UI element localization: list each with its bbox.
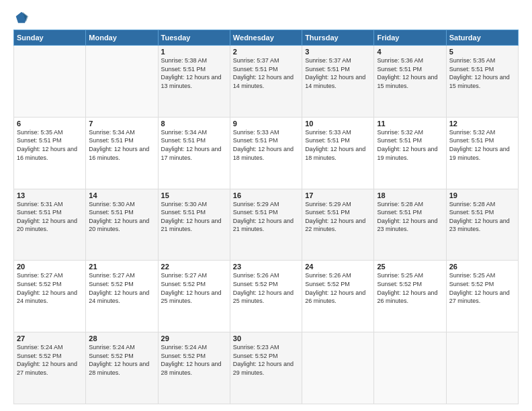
header-cell-tuesday: Tuesday [158,30,230,46]
day-number: 27 [17,334,83,342]
day-info: Sunrise: 5:28 AMSunset: 5:51 PMDaylight:… [449,200,515,234]
week-row-2: 6Sunrise: 5:35 AMSunset: 5:51 PMDaylight… [14,117,519,189]
day-number: 30 [233,334,299,342]
day-number: 11 [377,120,443,128]
calendar-cell: 22Sunrise: 5:27 AMSunset: 5:52 PMDayligh… [158,261,230,332]
day-number: 7 [89,120,154,128]
day-number: 17 [305,191,371,199]
day-info: Sunrise: 5:37 AMSunset: 5:51 PMDaylight:… [305,56,371,90]
day-number: 26 [449,263,515,271]
calendar-cell: 25Sunrise: 5:25 AMSunset: 5:52 PMDayligh… [374,261,446,332]
calendar-cell: 29Sunrise: 5:24 AMSunset: 5:52 PMDayligh… [158,332,230,404]
calendar-cell: 13Sunrise: 5:31 AMSunset: 5:51 PMDayligh… [14,189,86,261]
header-cell-thursday: Thursday [302,30,374,46]
calendar-cell: 1Sunrise: 5:38 AMSunset: 5:51 PMDaylight… [158,46,230,118]
calendar-cell: 23Sunrise: 5:26 AMSunset: 5:52 PMDayligh… [230,261,302,332]
day-info: Sunrise: 5:30 AMSunset: 5:51 PMDaylight:… [161,200,227,234]
day-info: Sunrise: 5:30 AMSunset: 5:51 PMDaylight:… [89,200,154,234]
day-info: Sunrise: 5:35 AMSunset: 5:51 PMDaylight:… [17,128,83,162]
calendar-cell: 9Sunrise: 5:33 AMSunset: 5:51 PMDaylight… [230,117,302,189]
week-row-5: 27Sunrise: 5:24 AMSunset: 5:52 PMDayligh… [14,332,519,404]
day-number: 6 [17,120,83,128]
calendar-cell: 16Sunrise: 5:29 AMSunset: 5:51 PMDayligh… [230,189,302,261]
day-info: Sunrise: 5:35 AMSunset: 5:51 PMDaylight:… [449,56,515,90]
day-number: 13 [17,191,83,199]
calendar-cell: 4Sunrise: 5:36 AMSunset: 5:51 PMDaylight… [374,46,446,118]
calendar-cell: 30Sunrise: 5:23 AMSunset: 5:52 PMDayligh… [230,332,302,404]
header [13,11,519,24]
day-number: 8 [161,120,227,128]
calendar-cell: 17Sunrise: 5:29 AMSunset: 5:51 PMDayligh… [302,189,374,261]
day-info: Sunrise: 5:37 AMSunset: 5:51 PMDaylight:… [233,56,299,90]
calendar-cell: 12Sunrise: 5:32 AMSunset: 5:51 PMDayligh… [446,117,518,189]
calendar-cell: 14Sunrise: 5:30 AMSunset: 5:51 PMDayligh… [86,189,158,261]
day-number: 28 [89,334,154,342]
calendar-cell [86,46,158,118]
calendar-cell: 8Sunrise: 5:34 AMSunset: 5:51 PMDaylight… [158,117,230,189]
header-cell-saturday: Saturday [446,30,518,46]
day-number: 29 [161,334,227,342]
day-number: 14 [89,191,154,199]
calendar-cell: 27Sunrise: 5:24 AMSunset: 5:52 PMDayligh… [14,332,86,404]
calendar-cell: 10Sunrise: 5:33 AMSunset: 5:51 PMDayligh… [302,117,374,189]
calendar-cell [302,332,374,404]
calendar-cell: 21Sunrise: 5:27 AMSunset: 5:52 PMDayligh… [86,261,158,332]
day-info: Sunrise: 5:32 AMSunset: 5:51 PMDaylight:… [377,128,443,162]
logo [13,11,28,24]
week-row-3: 13Sunrise: 5:31 AMSunset: 5:51 PMDayligh… [14,189,519,261]
calendar-cell: 3Sunrise: 5:37 AMSunset: 5:51 PMDaylight… [302,46,374,118]
day-number: 5 [449,48,515,56]
calendar-body: 1Sunrise: 5:38 AMSunset: 5:51 PMDaylight… [14,46,519,404]
day-number: 20 [17,263,83,271]
day-info: Sunrise: 5:33 AMSunset: 5:51 PMDaylight:… [305,128,371,162]
day-info: Sunrise: 5:25 AMSunset: 5:52 PMDaylight:… [449,271,515,305]
calendar-cell: 15Sunrise: 5:30 AMSunset: 5:51 PMDayligh… [158,189,230,261]
day-number: 2 [233,48,299,56]
calendar-cell: 19Sunrise: 5:28 AMSunset: 5:51 PMDayligh… [446,189,518,261]
header-cell-friday: Friday [374,30,446,46]
day-number: 1 [161,48,227,56]
calendar-cell: 24Sunrise: 5:26 AMSunset: 5:52 PMDayligh… [302,261,374,332]
calendar-cell: 2Sunrise: 5:37 AMSunset: 5:51 PMDaylight… [230,46,302,118]
day-number: 25 [377,263,443,271]
calendar-cell: 7Sunrise: 5:34 AMSunset: 5:51 PMDaylight… [86,117,158,189]
day-info: Sunrise: 5:28 AMSunset: 5:51 PMDaylight:… [377,200,443,234]
header-cell-monday: Monday [86,30,158,46]
calendar-cell: 18Sunrise: 5:28 AMSunset: 5:51 PMDayligh… [374,189,446,261]
day-number: 12 [449,120,515,128]
day-info: Sunrise: 5:34 AMSunset: 5:51 PMDaylight:… [89,128,154,162]
calendar-cell [374,332,446,404]
day-info: Sunrise: 5:27 AMSunset: 5:52 PMDaylight:… [161,271,227,305]
header-row: SundayMondayTuesdayWednesdayThursdayFrid… [14,30,519,46]
day-info: Sunrise: 5:27 AMSunset: 5:52 PMDaylight:… [89,271,154,305]
page: SundayMondayTuesdayWednesdayThursdayFrid… [0,0,532,411]
day-number: 16 [233,191,299,199]
day-info: Sunrise: 5:24 AMSunset: 5:52 PMDaylight:… [17,343,83,377]
day-number: 10 [305,120,371,128]
day-info: Sunrise: 5:31 AMSunset: 5:51 PMDaylight:… [17,200,83,234]
day-number: 9 [233,120,299,128]
day-info: Sunrise: 5:34 AMSunset: 5:51 PMDaylight:… [161,128,227,162]
week-row-4: 20Sunrise: 5:27 AMSunset: 5:52 PMDayligh… [14,261,519,332]
calendar-cell [14,46,86,118]
day-info: Sunrise: 5:29 AMSunset: 5:51 PMDaylight:… [233,200,299,234]
day-info: Sunrise: 5:24 AMSunset: 5:52 PMDaylight:… [161,343,227,377]
logo-icon [15,11,28,24]
day-number: 24 [305,263,371,271]
calendar-table: SundayMondayTuesdayWednesdayThursdayFrid… [13,30,519,404]
header-cell-wednesday: Wednesday [230,30,302,46]
day-info: Sunrise: 5:27 AMSunset: 5:52 PMDaylight:… [17,271,83,305]
day-number: 23 [233,263,299,271]
day-info: Sunrise: 5:26 AMSunset: 5:52 PMDaylight:… [305,271,371,305]
week-row-1: 1Sunrise: 5:38 AMSunset: 5:51 PMDaylight… [14,46,519,118]
day-number: 18 [377,191,443,199]
day-info: Sunrise: 5:25 AMSunset: 5:52 PMDaylight:… [377,271,443,305]
day-info: Sunrise: 5:32 AMSunset: 5:51 PMDaylight:… [449,128,515,162]
day-info: Sunrise: 5:23 AMSunset: 5:52 PMDaylight:… [233,343,299,377]
day-number: 22 [161,263,227,271]
day-number: 4 [377,48,443,56]
calendar-cell [446,332,518,404]
calendar-header: SundayMondayTuesdayWednesdayThursdayFrid… [14,30,519,46]
day-info: Sunrise: 5:29 AMSunset: 5:51 PMDaylight:… [305,200,371,234]
day-info: Sunrise: 5:26 AMSunset: 5:52 PMDaylight:… [233,271,299,305]
